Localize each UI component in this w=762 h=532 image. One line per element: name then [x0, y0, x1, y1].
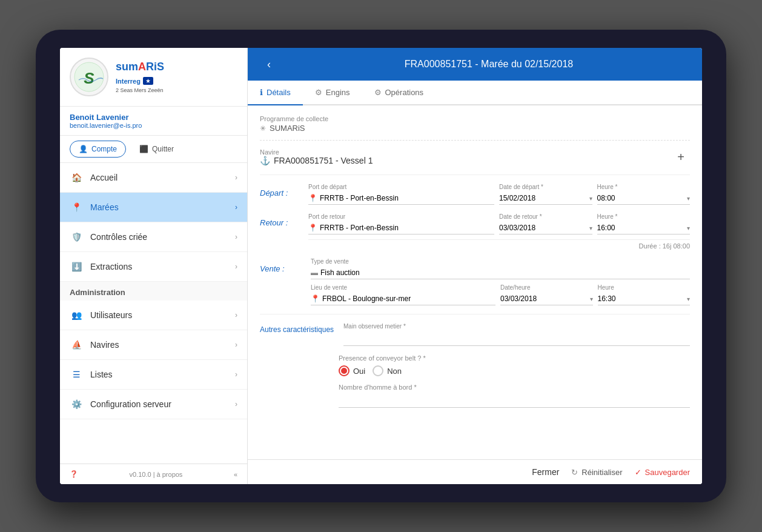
chevron-users-icon: ›: [235, 311, 237, 319]
logo-right: sumARiS Interreg ★ 2 Seas Mers Zeeën: [116, 61, 164, 93]
vente-date-field: Date/heure 03/03/2018 ▾: [500, 284, 593, 305]
boat-icon: ⛵: [70, 338, 83, 351]
depart-date-select[interactable]: 15/02/2018 ▾: [499, 192, 592, 205]
tabs-bar: ℹ Détails ⚙ Engins ⚙ Opérations: [248, 81, 702, 105]
vente-heure-value: 16:30: [598, 294, 685, 303]
vente-fields: Type de vente ▬ Fish auction Lieu de ven…: [311, 258, 690, 305]
sidebar-item-listes[interactable]: ☰ Listes ›: [60, 360, 247, 390]
radio-oui[interactable]: Oui: [339, 365, 365, 376]
chevron-controles-icon: ›: [235, 233, 237, 241]
vente-date-select[interactable]: 03/03/2018 ▾: [500, 293, 593, 305]
dropdown-vente-date-icon: ▾: [590, 296, 593, 302]
retour-heure-select[interactable]: 16:00 ▾: [597, 222, 691, 234]
pin-depart-icon: 📍: [308, 194, 317, 202]
depart-port-select[interactable]: 📍 FRRTB - Port-en-Bessin: [308, 192, 494, 205]
depart-date-field: Date de départ * 15/02/2018 ▾: [499, 184, 592, 205]
radio-non-circle: [373, 365, 383, 376]
vente-lieu-select[interactable]: 📍 FRBOL - Boulogne-sur-mer: [311, 293, 495, 305]
user-actions: 👤 Compte ⬛ Quitter: [60, 136, 247, 163]
fermer-button[interactable]: Fermer: [532, 467, 559, 477]
top-bar: ‹ FRA000851751 - Marée du 02/15/2018: [248, 48, 702, 81]
sidebar-item-accueil[interactable]: 🏠 Accueil ›: [60, 163, 247, 193]
retour-heure-value: 16:00: [597, 224, 685, 232]
sidebar-item-controles[interactable]: 🛡️ Contrôles criée ›: [60, 222, 247, 252]
vente-lieu-value: FRBOL - Boulogne-sur-mer: [322, 294, 411, 303]
info-icon: ℹ: [260, 88, 263, 97]
retour-date-select[interactable]: 03/03/2018 ▾: [499, 222, 592, 234]
vente-type-select[interactable]: ▬ Fish auction: [311, 267, 690, 279]
hommes-input[interactable]: [339, 393, 690, 408]
navire-info: Navire ⚓ FRA000851751 - Vessel 1: [260, 148, 373, 165]
sidebar-item-navires[interactable]: ⛵ Navires ›: [60, 330, 247, 360]
vente-type-label: Type de vente: [311, 258, 690, 265]
vente-lieu-label: Lieu de vente: [311, 284, 495, 291]
radio-group: Oui Non: [339, 365, 690, 376]
sidebar: S sumARiS Interreg ★ 2 Seas Mers Zeeën: [60, 48, 248, 484]
dropdown-retour-date-icon: ▾: [589, 225, 592, 231]
tab-details[interactable]: ℹ Détails: [248, 81, 303, 105]
depart-label: Départ :: [260, 184, 308, 205]
add-button[interactable]: +: [672, 148, 690, 166]
dropdown-depart-date-icon: ▾: [589, 195, 592, 202]
reinit-button[interactable]: ↻ Réinitialiser: [571, 468, 622, 477]
sidebar-item-marees[interactable]: 📍 Marées ›: [60, 193, 247, 222]
dropdown-vente-heure-icon: ▾: [687, 296, 690, 302]
help-icon[interactable]: ❓: [70, 470, 78, 478]
pin-retour-icon: 📍: [308, 224, 317, 232]
non-label: Non: [387, 367, 402, 376]
navire-section: Navire ⚓ FRA000851751 - Vessel 1 +: [260, 148, 690, 175]
conveyor-label: Presence of conveyor belt ? *: [339, 354, 690, 362]
version-text: v0.10.0 | à propos: [130, 471, 183, 478]
sidebar-item-extractions[interactable]: ⬇️ Extractions ›: [60, 252, 247, 282]
metier-label: Main observed metier *: [343, 323, 690, 330]
download-icon: ⬇️: [70, 260, 83, 273]
retour-label: Retour :: [260, 213, 308, 250]
chevron-navires-icon: ›: [235, 341, 237, 349]
retour-port-select[interactable]: 📍 FRRTB - Port-en-Bessin: [308, 222, 494, 234]
depart-port-label: Port de départ: [308, 184, 494, 190]
quitter-button[interactable]: ⬛ Quitter: [131, 141, 182, 158]
tab-engins[interactable]: ⚙ Engins: [303, 81, 362, 105]
vente-heure-select[interactable]: 16:30 ▾: [598, 293, 691, 305]
seas-label: 2 Seas Mers Zeeën: [116, 87, 164, 93]
programme-label: Programme de collecte: [260, 115, 328, 122]
back-button[interactable]: ‹: [260, 55, 278, 73]
vente-label: Vente :: [260, 258, 308, 305]
retour-heure-label: Heure *: [597, 213, 691, 220]
hommes-section: Nombre d'homme à bord *: [339, 384, 690, 408]
vente-section: Vente : Type de vente ▬ Fish auction Lie…: [260, 258, 690, 314]
radio-non[interactable]: Non: [373, 365, 402, 376]
reinit-icon: ↻: [571, 468, 578, 477]
programme-section: Programme de collecte ✳ SUMARiS: [260, 115, 690, 141]
users-icon: 👥: [70, 308, 83, 322]
tab-operations[interactable]: ⚙ Opérations: [362, 81, 436, 105]
depart-heure-select[interactable]: 08:00 ▾: [597, 192, 691, 205]
autres-fields: Main observed metier *: [343, 323, 690, 346]
collapse-icon[interactable]: «: [234, 471, 237, 478]
logo-circle: S: [70, 58, 108, 96]
navire-value: ⚓ FRA000851751 - Vessel 1: [260, 156, 373, 165]
admin-section-header: Administration: [60, 282, 247, 301]
page-title: FRA000851751 - Marée du 02/15/2018: [288, 59, 690, 70]
dropdown-depart-heure-icon: ▾: [687, 195, 690, 202]
compte-button[interactable]: 👤 Compte: [70, 141, 126, 158]
content-area: Programme de collecte ✳ SUMARiS Navire ⚓…: [248, 105, 702, 459]
retour-date-field: Date de retour * 03/03/2018 ▾: [499, 213, 592, 234]
depart-port-value: FRRTB - Port-en-Bessin: [320, 194, 399, 202]
metier-input[interactable]: [343, 331, 690, 346]
vente-heure-field: Heure 16:30 ▾: [598, 284, 691, 305]
sidebar-item-utilisateurs[interactable]: 👥 Utilisateurs ›: [60, 301, 247, 330]
duree-text: Durée : 16j 08:00: [308, 242, 690, 250]
hommes-label: Nombre d'homme à bord *: [339, 384, 690, 391]
chevron-config-icon: ›: [235, 400, 237, 408]
list-icon: ☰: [70, 368, 83, 381]
radio-oui-circle: [339, 365, 350, 376]
snowflake-icon: ✳: [260, 124, 266, 133]
sidebar-item-config[interactable]: ⚙️ Configuration serveur ›: [60, 390, 247, 419]
retour-port-field: Port de retour 📍 FRRTB - Port-en-Bessin: [308, 213, 494, 234]
save-button[interactable]: ✓ Sauvegarder: [635, 468, 690, 477]
retour-port-value: FRRTB - Port-en-Bessin: [320, 224, 399, 232]
chevron-extract-icon: ›: [235, 262, 237, 271]
retour-date-value: 03/03/2018: [499, 224, 587, 232]
operations-gear-icon: ⚙: [374, 88, 382, 97]
